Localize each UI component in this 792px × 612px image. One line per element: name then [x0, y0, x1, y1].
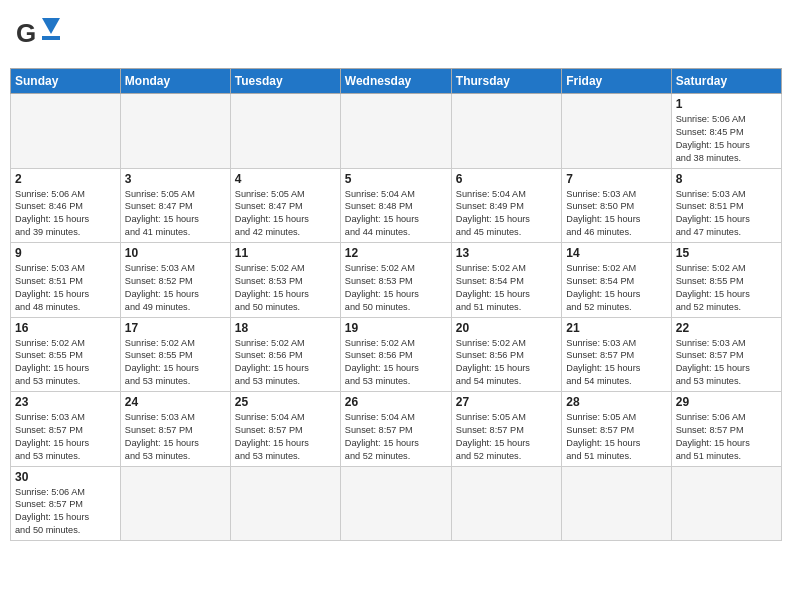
calendar-cell: 22Sunrise: 5:03 AM Sunset: 8:57 PM Dayli… — [671, 317, 781, 392]
calendar-cell: 15Sunrise: 5:02 AM Sunset: 8:55 PM Dayli… — [671, 243, 781, 318]
day-number: 8 — [676, 172, 777, 186]
calendar-week-row: 9Sunrise: 5:03 AM Sunset: 8:51 PM Daylig… — [11, 243, 782, 318]
calendar-cell: 5Sunrise: 5:04 AM Sunset: 8:48 PM Daylig… — [340, 168, 451, 243]
day-number: 22 — [676, 321, 777, 335]
calendar-cell: 1Sunrise: 5:06 AM Sunset: 8:45 PM Daylig… — [671, 94, 781, 169]
calendar-week-row: 16Sunrise: 5:02 AM Sunset: 8:55 PM Dayli… — [11, 317, 782, 392]
calendar-cell — [451, 466, 561, 541]
day-info: Sunrise: 5:03 AM Sunset: 8:50 PM Dayligh… — [566, 188, 666, 240]
svg-text:G: G — [16, 18, 36, 48]
calendar-week-row: 1Sunrise: 5:06 AM Sunset: 8:45 PM Daylig… — [11, 94, 782, 169]
calendar-cell — [230, 94, 340, 169]
calendar-cell: 12Sunrise: 5:02 AM Sunset: 8:53 PM Dayli… — [340, 243, 451, 318]
calendar-cell — [120, 466, 230, 541]
day-number: 15 — [676, 246, 777, 260]
day-number: 18 — [235, 321, 336, 335]
day-of-week-header: Wednesday — [340, 69, 451, 94]
calendar-cell — [230, 466, 340, 541]
calendar-cell: 18Sunrise: 5:02 AM Sunset: 8:56 PM Dayli… — [230, 317, 340, 392]
logo: G — [16, 14, 64, 56]
day-info: Sunrise: 5:06 AM Sunset: 8:46 PM Dayligh… — [15, 188, 116, 240]
day-info: Sunrise: 5:02 AM Sunset: 8:54 PM Dayligh… — [456, 262, 557, 314]
day-info: Sunrise: 5:02 AM Sunset: 8:53 PM Dayligh… — [235, 262, 336, 314]
calendar-cell: 30Sunrise: 5:06 AM Sunset: 8:57 PM Dayli… — [11, 466, 121, 541]
day-number: 24 — [125, 395, 226, 409]
day-info: Sunrise: 5:02 AM Sunset: 8:56 PM Dayligh… — [456, 337, 557, 389]
day-number: 12 — [345, 246, 447, 260]
day-number: 1 — [676, 97, 777, 111]
day-info: Sunrise: 5:02 AM Sunset: 8:53 PM Dayligh… — [345, 262, 447, 314]
svg-marker-1 — [42, 18, 60, 34]
day-number: 13 — [456, 246, 557, 260]
day-number: 17 — [125, 321, 226, 335]
calendar-cell — [562, 466, 671, 541]
day-number: 2 — [15, 172, 116, 186]
calendar-cell — [340, 94, 451, 169]
calendar-cell: 17Sunrise: 5:02 AM Sunset: 8:55 PM Dayli… — [120, 317, 230, 392]
day-of-week-header: Friday — [562, 69, 671, 94]
calendar-cell: 24Sunrise: 5:03 AM Sunset: 8:57 PM Dayli… — [120, 392, 230, 467]
calendar-cell — [11, 94, 121, 169]
day-number: 3 — [125, 172, 226, 186]
day-of-week-header: Saturday — [671, 69, 781, 94]
calendar-cell — [451, 94, 561, 169]
calendar-cell — [562, 94, 671, 169]
day-number: 23 — [15, 395, 116, 409]
day-info: Sunrise: 5:04 AM Sunset: 8:49 PM Dayligh… — [456, 188, 557, 240]
calendar-cell: 20Sunrise: 5:02 AM Sunset: 8:56 PM Dayli… — [451, 317, 561, 392]
day-number: 28 — [566, 395, 666, 409]
day-info: Sunrise: 5:03 AM Sunset: 8:52 PM Dayligh… — [125, 262, 226, 314]
day-number: 7 — [566, 172, 666, 186]
day-number: 10 — [125, 246, 226, 260]
day-info: Sunrise: 5:05 AM Sunset: 8:57 PM Dayligh… — [566, 411, 666, 463]
calendar-cell: 21Sunrise: 5:03 AM Sunset: 8:57 PM Dayli… — [562, 317, 671, 392]
day-number: 16 — [15, 321, 116, 335]
calendar-cell — [120, 94, 230, 169]
calendar-cell: 8Sunrise: 5:03 AM Sunset: 8:51 PM Daylig… — [671, 168, 781, 243]
day-number: 11 — [235, 246, 336, 260]
calendar-cell: 28Sunrise: 5:05 AM Sunset: 8:57 PM Dayli… — [562, 392, 671, 467]
calendar-cell — [340, 466, 451, 541]
day-info: Sunrise: 5:06 AM Sunset: 8:45 PM Dayligh… — [676, 113, 777, 165]
calendar-cell: 25Sunrise: 5:04 AM Sunset: 8:57 PM Dayli… — [230, 392, 340, 467]
calendar-cell: 19Sunrise: 5:02 AM Sunset: 8:56 PM Dayli… — [340, 317, 451, 392]
logo-icon: G — [16, 14, 68, 56]
day-info: Sunrise: 5:03 AM Sunset: 8:57 PM Dayligh… — [15, 411, 116, 463]
calendar-table: SundayMondayTuesdayWednesdayThursdayFrid… — [10, 68, 782, 541]
day-number: 6 — [456, 172, 557, 186]
day-number: 27 — [456, 395, 557, 409]
day-of-week-header: Tuesday — [230, 69, 340, 94]
calendar-cell: 27Sunrise: 5:05 AM Sunset: 8:57 PM Dayli… — [451, 392, 561, 467]
svg-rect-2 — [42, 36, 60, 40]
day-info: Sunrise: 5:02 AM Sunset: 8:56 PM Dayligh… — [235, 337, 336, 389]
calendar-cell: 6Sunrise: 5:04 AM Sunset: 8:49 PM Daylig… — [451, 168, 561, 243]
day-info: Sunrise: 5:02 AM Sunset: 8:55 PM Dayligh… — [125, 337, 226, 389]
day-of-week-header: Thursday — [451, 69, 561, 94]
day-number: 5 — [345, 172, 447, 186]
day-number: 4 — [235, 172, 336, 186]
calendar-cell: 23Sunrise: 5:03 AM Sunset: 8:57 PM Dayli… — [11, 392, 121, 467]
calendar-cell: 4Sunrise: 5:05 AM Sunset: 8:47 PM Daylig… — [230, 168, 340, 243]
day-info: Sunrise: 5:03 AM Sunset: 8:57 PM Dayligh… — [676, 337, 777, 389]
calendar-cell: 2Sunrise: 5:06 AM Sunset: 8:46 PM Daylig… — [11, 168, 121, 243]
day-info: Sunrise: 5:04 AM Sunset: 8:57 PM Dayligh… — [345, 411, 447, 463]
day-info: Sunrise: 5:04 AM Sunset: 8:57 PM Dayligh… — [235, 411, 336, 463]
calendar-cell — [671, 466, 781, 541]
day-number: 14 — [566, 246, 666, 260]
day-info: Sunrise: 5:05 AM Sunset: 8:57 PM Dayligh… — [456, 411, 557, 463]
logo-bar: G — [16, 14, 64, 56]
calendar-cell: 14Sunrise: 5:02 AM Sunset: 8:54 PM Dayli… — [562, 243, 671, 318]
calendar-cell: 7Sunrise: 5:03 AM Sunset: 8:50 PM Daylig… — [562, 168, 671, 243]
calendar-header-row: SundayMondayTuesdayWednesdayThursdayFrid… — [11, 69, 782, 94]
day-info: Sunrise: 5:06 AM Sunset: 8:57 PM Dayligh… — [15, 486, 116, 538]
day-number: 21 — [566, 321, 666, 335]
day-of-week-header: Sunday — [11, 69, 121, 94]
day-info: Sunrise: 5:03 AM Sunset: 8:57 PM Dayligh… — [566, 337, 666, 389]
day-info: Sunrise: 5:05 AM Sunset: 8:47 PM Dayligh… — [125, 188, 226, 240]
day-number: 25 — [235, 395, 336, 409]
calendar-week-row: 30Sunrise: 5:06 AM Sunset: 8:57 PM Dayli… — [11, 466, 782, 541]
calendar-cell: 26Sunrise: 5:04 AM Sunset: 8:57 PM Dayli… — [340, 392, 451, 467]
day-info: Sunrise: 5:04 AM Sunset: 8:48 PM Dayligh… — [345, 188, 447, 240]
day-info: Sunrise: 5:02 AM Sunset: 8:56 PM Dayligh… — [345, 337, 447, 389]
day-number: 29 — [676, 395, 777, 409]
